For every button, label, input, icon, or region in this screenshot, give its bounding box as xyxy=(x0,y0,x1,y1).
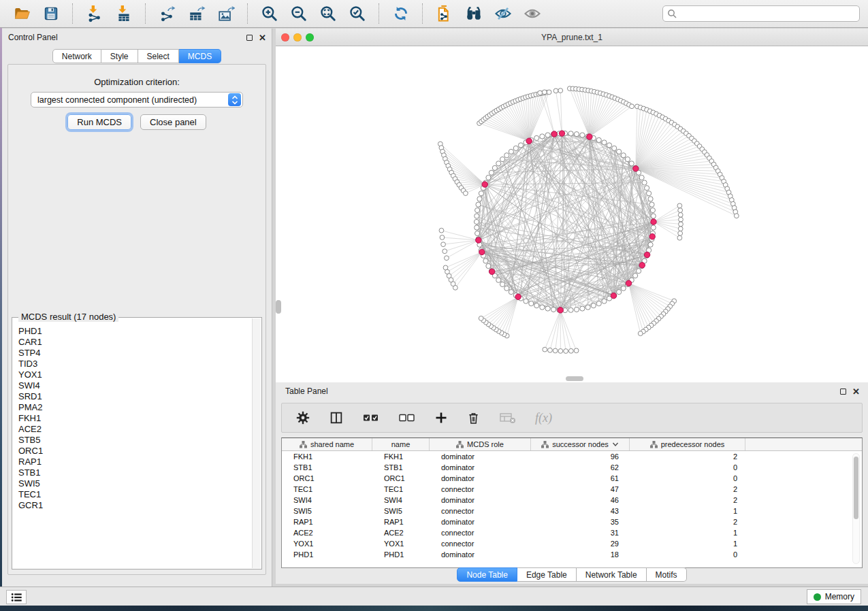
mcds-result-item[interactable]: STB5 xyxy=(13,435,252,446)
tab-motifs[interactable]: Motifs xyxy=(647,567,687,582)
table-cell[interactable]: 1 xyxy=(630,506,745,516)
share-document-button[interactable] xyxy=(430,2,459,25)
mcds-result-item[interactable]: PMA2 xyxy=(13,402,252,413)
table-cell[interactable]: 62 xyxy=(531,462,630,473)
table-cell[interactable]: RAP1 xyxy=(372,516,430,527)
mcds-result-item[interactable]: ACE2 xyxy=(13,424,252,435)
table-cell[interactable]: 35 xyxy=(531,516,630,527)
table-cell[interactable]: dominator xyxy=(430,473,531,484)
table-cell[interactable]: dominator xyxy=(430,495,531,506)
deselect-all-button[interactable] xyxy=(398,411,416,425)
table-cell[interactable]: RAP1 xyxy=(282,516,372,527)
column-header-shared-name[interactable]: shared name xyxy=(282,438,372,450)
table-cell[interactable]: 1 xyxy=(630,538,745,549)
zoom-out-button[interactable] xyxy=(284,2,313,25)
table-cell[interactable]: ORC1 xyxy=(372,473,430,484)
column-header-successor-nodes[interactable]: successor nodes xyxy=(531,438,630,450)
table-cell[interactable]: connector xyxy=(430,484,531,495)
mcds-result-item[interactable]: STB1 xyxy=(13,467,252,478)
table-row[interactable]: TEC1TEC1connector472 xyxy=(282,484,862,495)
table-cell[interactable]: connector xyxy=(430,527,531,538)
table-cell[interactable]: connector xyxy=(430,506,531,516)
show-columns-button[interactable] xyxy=(329,410,344,425)
add-column-button[interactable] xyxy=(434,411,448,425)
table-cell[interactable]: ACE2 xyxy=(372,527,430,538)
table-cell[interactable]: 61 xyxy=(531,473,630,484)
zoom-selected-button[interactable] xyxy=(342,2,372,25)
table-cell[interactable]: FKH1 xyxy=(372,451,430,462)
table-cell[interactable]: 43 xyxy=(531,506,630,516)
mcds-result-item[interactable]: SWI5 xyxy=(13,478,252,489)
memory-button[interactable]: Memory xyxy=(807,589,861,604)
table-cell[interactable]: 31 xyxy=(531,527,630,538)
mcds-result-item[interactable]: SRD1 xyxy=(13,391,252,402)
table-cell[interactable]: 0 xyxy=(630,462,745,473)
table-row[interactable]: SWI4SWI4dominator462 xyxy=(282,495,862,506)
table-cell[interactable]: 29 xyxy=(531,538,630,549)
table-cell[interactable]: ORC1 xyxy=(282,473,372,484)
table-cell[interactable]: 47 xyxy=(531,484,630,495)
save-session-button[interactable] xyxy=(36,2,65,25)
tab-network[interactable]: Network xyxy=(52,49,101,63)
network-view[interactable] xyxy=(276,46,868,382)
table-scrollbar-thumb[interactable] xyxy=(854,457,858,519)
zoom-in-button[interactable] xyxy=(255,2,284,25)
mcds-result-item[interactable]: CAR1 xyxy=(13,337,252,348)
mcds-list-scrollbar[interactable] xyxy=(252,318,261,568)
table-cell[interactable]: STB1 xyxy=(372,462,430,473)
table-cell[interactable]: SWI4 xyxy=(372,495,430,506)
hide-graphics-details-button[interactable] xyxy=(488,2,517,25)
table-cell[interactable]: 2 xyxy=(630,484,745,495)
panel-menu-button[interactable] xyxy=(6,590,27,604)
select-all-button[interactable] xyxy=(362,411,380,425)
export-table-button[interactable] xyxy=(182,2,211,25)
refresh-button[interactable] xyxy=(386,2,415,25)
export-network-button[interactable] xyxy=(152,2,182,25)
table-cell[interactable]: PHD1 xyxy=(372,549,430,560)
table-cell[interactable]: YOX1 xyxy=(282,538,372,549)
table-row[interactable]: ACE2ACE2connector311 xyxy=(282,527,862,538)
tab-mcds[interactable]: MCDS xyxy=(179,49,221,63)
mcds-result-item[interactable]: FKH1 xyxy=(13,413,252,424)
table-cell[interactable]: dominator xyxy=(430,451,531,462)
table-cell[interactable]: SWI5 xyxy=(372,506,430,516)
mcds-result-item[interactable]: RAP1 xyxy=(13,457,252,467)
tab-select[interactable]: Select xyxy=(138,49,179,63)
table-scrollbar[interactable] xyxy=(852,453,860,564)
table-row[interactable]: PHD1PHD1dominator180 xyxy=(282,549,862,560)
table-settings-button[interactable] xyxy=(295,410,310,425)
table-cell[interactable]: 0 xyxy=(630,473,745,484)
mcds-result-item[interactable]: STP4 xyxy=(13,348,252,359)
table-cell[interactable]: TEC1 xyxy=(372,484,430,495)
search-network-button[interactable] xyxy=(459,2,488,25)
show-graphics-details-button[interactable] xyxy=(517,2,547,25)
float-panel-icon[interactable] xyxy=(246,35,253,41)
close-panel-icon[interactable]: ✕ xyxy=(259,33,266,42)
network-horizontal-scrollbar-thumb[interactable] xyxy=(566,376,583,381)
mcds-result-item[interactable]: PHD1 xyxy=(13,326,252,337)
table-cell[interactable]: dominator xyxy=(430,516,531,527)
import-network-button[interactable] xyxy=(80,2,109,25)
table-row[interactable]: STB1STB1dominator620 xyxy=(282,462,862,473)
table-cell[interactable]: 2 xyxy=(630,451,745,462)
tab-network-table[interactable]: Network Table xyxy=(577,567,647,582)
table-cell[interactable]: YOX1 xyxy=(372,538,430,549)
mcds-result-item[interactable]: TID3 xyxy=(13,359,252,369)
tab-style[interactable]: Style xyxy=(101,49,138,63)
column-header-predecessor-nodes[interactable]: predecessor nodes xyxy=(630,438,745,450)
close-panel-button[interactable]: Close panel xyxy=(140,114,206,130)
table-row[interactable]: RAP1RAP1dominator352 xyxy=(282,516,862,527)
table-cell[interactable]: TEC1 xyxy=(282,484,372,495)
mcds-result-item[interactable]: ORC1 xyxy=(13,446,252,457)
network-vertical-scrollbar-thumb[interactable] xyxy=(276,300,281,314)
table-cell[interactable]: 2 xyxy=(630,495,745,506)
table-cell[interactable]: connector xyxy=(430,538,531,549)
import-table-button[interactable] xyxy=(109,2,138,25)
table-cell[interactable]: 2 xyxy=(630,516,745,527)
table-cell[interactable]: 18 xyxy=(531,549,630,560)
table-cell[interactable]: dominator xyxy=(430,549,531,560)
table-cell[interactable]: 46 xyxy=(531,495,630,506)
table-row[interactable]: FKH1FKH1dominator962 xyxy=(282,451,862,462)
table-cell[interactable]: PHD1 xyxy=(282,549,372,560)
table-cell[interactable]: dominator xyxy=(430,462,531,473)
